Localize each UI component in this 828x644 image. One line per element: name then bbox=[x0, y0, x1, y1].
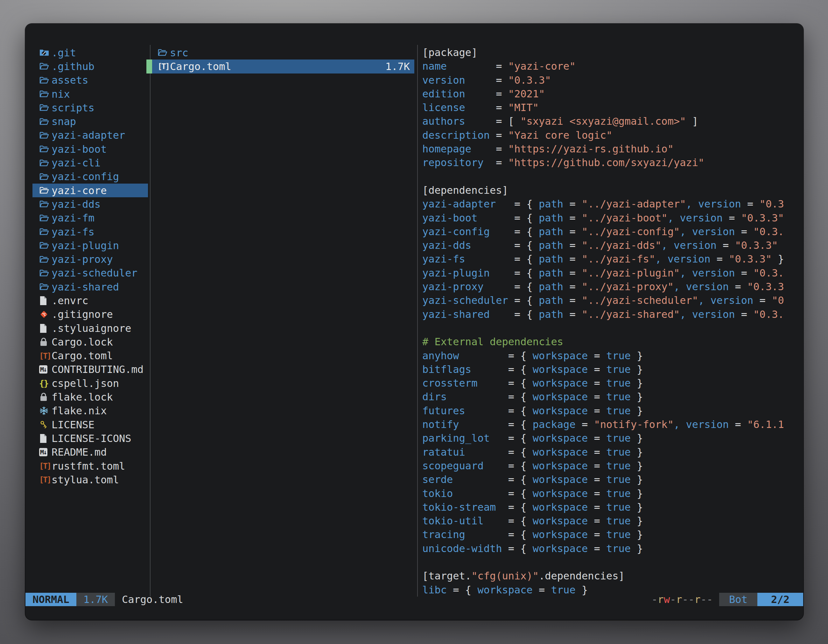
folder-row-yazi-boot[interactable]: yazi-boot bbox=[33, 142, 148, 156]
json-icon: {} bbox=[39, 378, 52, 388]
file-label: yazi-dds bbox=[52, 198, 100, 210]
preview-line: yazi-dds = { path = "../yazi-dds", versi… bbox=[422, 239, 787, 252]
file-row-flake.nix[interactable]: flake.nix bbox=[33, 404, 148, 418]
file-row-.styluaignore[interactable]: .styluaignore bbox=[33, 321, 148, 335]
preview-line: serde = { workspace = true } bbox=[422, 473, 787, 486]
folder-row-yazi-core[interactable]: yazi-core bbox=[33, 183, 148, 197]
preview-line: yazi-proxy = { path = "../yazi-proxy", v… bbox=[422, 280, 787, 294]
preview-line: yazi-shared = { path = "../yazi-shared",… bbox=[422, 308, 787, 321]
folder-icon bbox=[39, 118, 52, 126]
folder-row-yazi-cli[interactable]: yazi-cli bbox=[33, 156, 148, 169]
preview-line: scopeguard = { workspace = true } bbox=[422, 459, 787, 473]
file-row-.envrc[interactable]: .envrc bbox=[33, 294, 148, 307]
file-label: yazi-core bbox=[52, 185, 107, 197]
folder-row-yazi-proxy[interactable]: yazi-proxy bbox=[33, 252, 148, 266]
folder-row-assets[interactable]: assets bbox=[33, 74, 148, 87]
file-icon bbox=[39, 296, 52, 306]
file-row-Cargo.lock[interactable]: Cargo.lock bbox=[33, 335, 148, 349]
file-row-LICENSE[interactable]: LICENSE bbox=[33, 418, 148, 431]
folder-icon bbox=[39, 200, 52, 208]
folder-row-.git[interactable]: .git bbox=[33, 46, 148, 60]
folder-icon bbox=[39, 241, 52, 250]
folder-row-.github[interactable]: .github bbox=[33, 60, 148, 73]
file-row-README.md[interactable]: M↓README.md bbox=[33, 445, 148, 459]
file-row-CONTRIBUTING.md[interactable]: M↓CONTRIBUTING.md bbox=[33, 363, 148, 376]
file-label: cspell.json bbox=[52, 378, 119, 389]
file-row-Cargo.toml[interactable]: [T]Cargo.toml1.7K bbox=[152, 60, 414, 73]
preview-line: unicode-width = { workspace = true } bbox=[422, 542, 787, 556]
preview-line bbox=[422, 170, 787, 183]
file-row-stylua.toml[interactable]: [T]stylua.toml bbox=[33, 473, 148, 486]
current-directory-pane: src[T]Cargo.toml1.7K bbox=[146, 46, 414, 74]
file-label: src bbox=[170, 47, 188, 59]
folder-row-scripts[interactable]: scripts bbox=[33, 101, 148, 114]
preview-line: bitflags = { workspace = true } bbox=[422, 363, 787, 376]
folder-icon bbox=[39, 131, 52, 140]
folder-row-yazi-scheduler[interactable]: yazi-scheduler bbox=[33, 266, 148, 280]
preview-line: [dependencies] bbox=[422, 183, 787, 197]
folder-row-yazi-shared[interactable]: yazi-shared bbox=[33, 280, 148, 294]
file-label: .envrc bbox=[52, 295, 88, 307]
folder-row-nix[interactable]: nix bbox=[33, 87, 148, 101]
preview-line: name = "yazi-core" bbox=[422, 60, 787, 73]
preview-line: ratatui = { workspace = true } bbox=[422, 445, 787, 459]
folder-row-yazi-dds[interactable]: yazi-dds bbox=[33, 197, 148, 211]
file-counter-badge: 2/2 bbox=[757, 593, 803, 606]
file-label: flake.nix bbox=[52, 405, 107, 417]
preview-line: # External dependencies bbox=[422, 335, 787, 349]
file-label: CONTRIBUTING.md bbox=[52, 364, 144, 376]
folder-icon bbox=[39, 90, 52, 98]
preview-line: [target."cfg(unix)".dependencies] bbox=[422, 569, 787, 583]
folder-row-yazi-config[interactable]: yazi-config bbox=[33, 170, 148, 183]
folder-row-yazi-fm[interactable]: yazi-fm bbox=[33, 211, 148, 225]
folder-icon bbox=[39, 76, 52, 85]
folder-icon bbox=[39, 227, 52, 236]
pane-divider bbox=[150, 45, 151, 597]
folder-icon bbox=[39, 145, 52, 154]
file-label: yazi-scheduler bbox=[52, 267, 138, 279]
status-filename: Cargo.toml bbox=[122, 593, 183, 606]
git-folder-icon bbox=[39, 49, 52, 57]
folder-row-yazi-plugin[interactable]: yazi-plugin bbox=[33, 239, 148, 252]
folder-icon bbox=[39, 255, 52, 264]
lock-icon bbox=[39, 392, 52, 402]
file-label: Cargo.lock bbox=[52, 336, 113, 348]
file-row-.gitignore[interactable]: .gitignore bbox=[33, 308, 148, 321]
folder-row-src[interactable]: src bbox=[152, 46, 414, 60]
folder-icon bbox=[157, 49, 170, 57]
file-label: assets bbox=[52, 74, 88, 86]
preview-line: yazi-plugin = { path = "../yazi-plugin",… bbox=[422, 266, 787, 280]
markdown-icon: M↓ bbox=[39, 365, 52, 373]
file-label: LICENSE bbox=[52, 419, 94, 431]
file-label: stylua.toml bbox=[52, 474, 119, 486]
file-size-badge: 1.7K bbox=[76, 593, 115, 606]
file-row-cspell.json[interactable]: {}cspell.json bbox=[33, 376, 148, 390]
preview-line bbox=[422, 556, 787, 569]
file-row-LICENSE-ICONS[interactable]: LICENSE-ICONS bbox=[33, 431, 148, 445]
preview-line: license = "MIT" bbox=[422, 101, 787, 114]
folder-icon bbox=[39, 282, 52, 291]
pane-divider bbox=[417, 45, 418, 597]
preview-line: version = "0.3.3" bbox=[422, 74, 787, 87]
preview-line: futures = { workspace = true } bbox=[422, 404, 787, 418]
file-label: yazi-boot bbox=[52, 143, 107, 155]
preview-line: yazi-adapter = { path = "../yazi-adapter… bbox=[422, 197, 787, 211]
file-row-flake.lock[interactable]: flake.lock bbox=[33, 390, 148, 404]
preview-line: yazi-fs = { path = "../yazi-fs", version… bbox=[422, 252, 787, 266]
file-label: README.md bbox=[52, 446, 107, 458]
folder-row-snap[interactable]: snap bbox=[33, 114, 148, 128]
file-size: 1.7K bbox=[385, 60, 414, 72]
status-bar: NORMAL 1.7K Cargo.toml -rw-r--r-- Bot 2/… bbox=[25, 593, 803, 606]
preview-line: yazi-boot = { path = "../yazi-boot", ver… bbox=[422, 211, 787, 225]
preview-line: homepage = "https://yazi-rs.github.io" bbox=[422, 142, 787, 156]
folder-row-yazi-adapter[interactable]: yazi-adapter bbox=[33, 128, 148, 142]
file-row-rustfmt.toml[interactable]: [T]rustfmt.toml bbox=[33, 459, 148, 473]
selection-marker bbox=[146, 60, 152, 73]
folder-icon bbox=[39, 62, 52, 71]
file-row-Cargo.toml[interactable]: [T]Cargo.toml bbox=[33, 349, 148, 363]
file-label: .github bbox=[52, 60, 94, 72]
file-label: .git bbox=[52, 47, 76, 59]
preview-line: tokio-stream = { workspace = true } bbox=[422, 500, 787, 514]
folder-row-yazi-fs[interactable]: yazi-fs bbox=[33, 225, 148, 239]
file-label: rustfmt.toml bbox=[52, 460, 125, 472]
